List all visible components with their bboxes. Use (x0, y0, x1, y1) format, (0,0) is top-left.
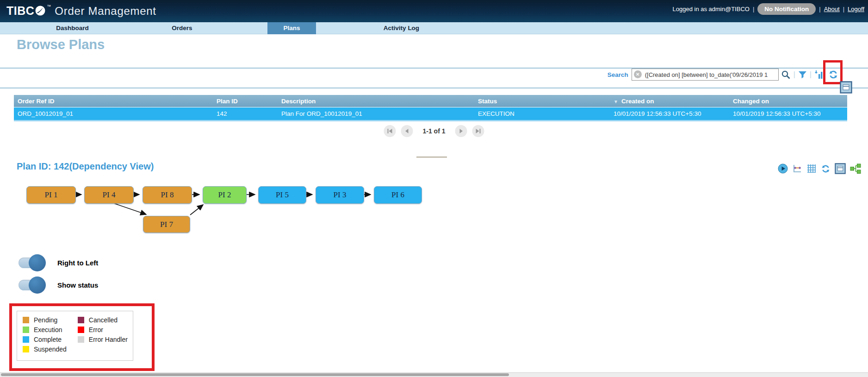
trademark-symbol: ™ (47, 4, 51, 9)
tab-orders[interactable]: Orders (127, 22, 237, 34)
graph-node-pi-3[interactable]: PI 3 (316, 186, 364, 204)
export-report-icon[interactable] (814, 70, 826, 79)
legend-item-error-handler: Error Handler (78, 336, 128, 343)
cell-created-on: 10/01/2019 12:56:33 UTC+5:30 (610, 110, 729, 117)
section-divider (416, 157, 447, 158)
search-bar: Search ✕ | | (608, 68, 838, 81)
suspended-swatch (23, 346, 29, 352)
graph-node-pi-5[interactable]: PI 5 (258, 186, 306, 204)
toggle-right-to-left[interactable]: Right to Left (19, 258, 98, 268)
legend-item-suspended: Suspended (23, 346, 67, 353)
legend-column-2: Cancelled Error Error Handler (78, 316, 128, 360)
pagination-next-button[interactable] (455, 125, 467, 137)
graph-node-pi-7[interactable]: PI 7 (143, 216, 190, 233)
tab-plans[interactable]: Plans (237, 22, 347, 34)
scrollbar-thumb[interactable] (1, 373, 509, 376)
graph-node-pi-2[interactable]: PI 2 (203, 186, 247, 204)
toggle-label: Right to Left (57, 259, 98, 267)
toggle-track (19, 280, 44, 290)
plan-view-title: Plan ID: 142(Dependency View) (17, 161, 154, 172)
pending-swatch (23, 317, 29, 323)
header-user-area: Logged in as admin@TIBCO | No Notificati… (673, 3, 864, 15)
legend-column-1: Pending Execution Complete Suspended (23, 316, 67, 360)
search-label: Search (608, 71, 628, 78)
legend-item-error: Error (78, 326, 128, 333)
panel-icon[interactable] (835, 163, 846, 174)
graph-node-pi-1[interactable]: PI 1 (26, 186, 76, 204)
toggle-show-status[interactable]: Show status (19, 280, 98, 290)
about-link[interactable]: About (824, 6, 840, 13)
toggle-track (19, 258, 44, 268)
plans-table: Order Ref ID Plan ID Description Status … (14, 95, 847, 121)
pagination: 1-1 of 1 (384, 125, 484, 137)
tree-view-icon[interactable] (850, 163, 862, 174)
complete-swatch (23, 336, 29, 343)
browse-plans-page: TIBC ™ Order Management Logged in as adm… (0, 0, 868, 377)
toggle-knob (29, 254, 46, 271)
cell-order-ref-id: ORD_10012019_01 (14, 110, 213, 117)
notification-badge[interactable]: No Notification (757, 3, 816, 15)
main-nav: Dashboard Orders Plans Activity Log (0, 22, 868, 34)
tibco-o-swoosh-icon (35, 5, 46, 18)
separator: | (794, 70, 795, 79)
separator: | (819, 6, 820, 13)
refresh-icon[interactable] (828, 69, 838, 80)
legend-item-pending: Pending (23, 316, 67, 324)
search-box: ✕ (632, 69, 779, 81)
column-header-plan-id[interactable]: Plan ID (213, 98, 278, 105)
toggle-label: Show status (57, 281, 98, 289)
toggle-knob (29, 276, 46, 294)
logged-in-text: Logged in as admin@TIBCO (673, 6, 750, 13)
clear-search-icon[interactable]: ✕ (634, 70, 642, 78)
timeline-icon[interactable] (792, 163, 802, 174)
refresh-plan-icon[interactable] (821, 164, 831, 174)
pagination-status: 1-1 of 1 (422, 127, 445, 135)
cell-description: Plan For ORD_10012019_01 (278, 110, 474, 117)
play-icon[interactable] (778, 163, 788, 174)
grid-icon[interactable] (806, 163, 817, 174)
horizontal-divider (0, 88, 868, 88)
legend-item-cancelled: Cancelled (78, 316, 128, 324)
execution-swatch (23, 327, 29, 333)
graph-node-pi-8[interactable]: PI 8 (143, 186, 192, 204)
column-header-created-on[interactable]: ▼Created on (610, 98, 729, 105)
legend-item-execution: Execution (23, 326, 67, 333)
cell-changed-on: 10/01/2019 12:56:33 UTC+5:30 (729, 110, 847, 117)
error-swatch (78, 327, 84, 333)
pagination-first-button[interactable] (384, 125, 396, 137)
pagination-last-button[interactable] (472, 125, 484, 137)
table-header-row: Order Ref ID Plan ID Description Status … (14, 95, 847, 107)
product-name: Order Management (55, 3, 156, 19)
graph-node-pi-4[interactable]: PI 4 (84, 186, 134, 204)
error-handler-swatch (78, 336, 84, 343)
column-header-status[interactable]: Status (474, 98, 610, 105)
sort-desc-icon: ▼ (614, 99, 618, 104)
filter-icon[interactable] (798, 70, 807, 79)
collapse-panel-icon[interactable] (840, 81, 852, 95)
separator: | (810, 70, 812, 79)
search-icon[interactable] (781, 70, 791, 80)
cell-status: EXECUTION (474, 110, 610, 117)
tibco-wordmark: TIBC (6, 3, 34, 18)
tab-activity-log[interactable]: Activity Log (347, 22, 456, 34)
separator: | (753, 6, 754, 13)
cancelled-swatch (78, 317, 84, 323)
table-row[interactable]: ORD_10012019_01 142 Plan For ORD_1001201… (14, 107, 847, 121)
logoff-link[interactable]: Logoff (848, 6, 864, 13)
tibco-logo: TIBC ™ Order Management (6, 3, 156, 19)
legend-item-complete: Complete (23, 336, 67, 343)
tab-dashboard[interactable]: Dashboard (18, 22, 127, 34)
search-input[interactable] (644, 69, 778, 80)
status-legend: Pending Execution Complete Suspended Can… (17, 311, 133, 361)
app-header: TIBC ™ Order Management Logged in as adm… (0, 0, 868, 22)
column-header-description[interactable]: Description (278, 98, 474, 105)
page-title: Browse Plans (17, 37, 105, 52)
cell-plan-id: 142 (213, 110, 278, 117)
plan-view-toolbar (778, 163, 862, 174)
dependency-graph: PI 1 PI 4 PI 8 PI 2 PI 5 PI 3 PI 6 PI 7 (19, 182, 444, 237)
pagination-prev-button[interactable] (401, 125, 413, 137)
column-header-order-ref-id[interactable]: Order Ref ID (14, 98, 213, 105)
column-header-changed-on[interactable]: Changed on (729, 98, 847, 105)
separator: | (843, 6, 844, 13)
graph-node-pi-6[interactable]: PI 6 (374, 186, 422, 204)
